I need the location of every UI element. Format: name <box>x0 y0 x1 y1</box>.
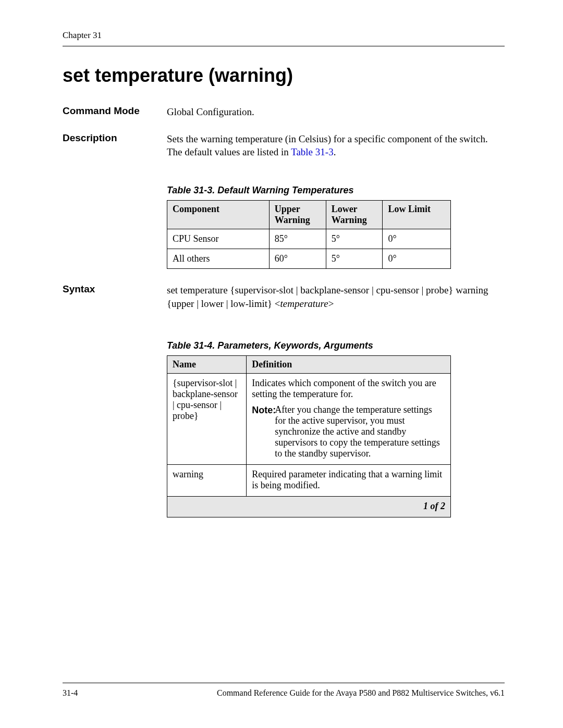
command-title: set temperature (warning) <box>63 65 505 87</box>
label-syntax: Syntax <box>63 283 167 310</box>
syntax-text-end: > <box>328 298 334 309</box>
cell-name: warning <box>167 465 247 497</box>
note-body: After you change the temperature setting… <box>275 404 445 459</box>
table-31-4-header-row: Name Definition <box>167 356 451 374</box>
footer-line: 31-4 Command Reference Guide for the Ava… <box>63 688 505 698</box>
table-31-3-block: Table 31-3. Default Warning Temperatures… <box>167 185 505 269</box>
chapter-label: Chapter 31 <box>63 30 505 41</box>
label-description: Description <box>63 132 167 159</box>
footer-rule <box>63 683 505 683</box>
definition-top: Indicates which component of the switch … <box>252 378 445 400</box>
cell: All others <box>167 249 270 268</box>
cell: 5° <box>326 229 383 249</box>
table-pager-row: 1 of 2 <box>167 497 451 517</box>
description-text-after: . <box>334 146 336 157</box>
footer-doc-title: Command Reference Guide for the Avaya P5… <box>217 688 505 698</box>
th-lower-warning: Lower Warning <box>326 200 383 229</box>
th-low-limit: Low Limit <box>383 200 451 229</box>
cell: 0° <box>383 229 451 249</box>
cell: 5° <box>326 249 383 268</box>
table-31-3-header-row: Component Upper Warning Lower Warning Lo… <box>167 200 451 229</box>
table-row: All others 60° 5° 0° <box>167 249 451 268</box>
page: Chapter 31 set temperature (warning) Com… <box>0 0 563 728</box>
table-31-4: Name Definition {supervisor-slot | backp… <box>167 355 451 517</box>
table-31-4-block: Table 31-4. Parameters, Keywords, Argume… <box>167 340 505 517</box>
cell: 60° <box>269 249 326 268</box>
cell: 0° <box>383 249 451 268</box>
value-command-mode: Global Configuration. <box>167 105 505 119</box>
link-table-31-3[interactable]: Table 31-3 <box>291 146 334 157</box>
note-block: Note: After you change the temperature s… <box>252 405 445 459</box>
note-label: Note: <box>252 405 276 415</box>
field-syntax: Syntax set temperature {supervisor-slot … <box>63 283 505 310</box>
table-31-3: Component Upper Warning Lower Warning Lo… <box>167 200 451 269</box>
field-description: Description Sets the warning temperature… <box>63 132 505 159</box>
th-name: Name <box>167 356 247 374</box>
th-definition: Definition <box>247 356 451 374</box>
table-31-3-caption: Table 31-3. Default Warning Temperatures <box>167 185 505 196</box>
cell: 85° <box>269 229 326 249</box>
cell-definition: Indicates which component of the switch … <box>247 374 451 465</box>
table-pager: 1 of 2 <box>167 497 451 517</box>
label-command-mode: Command Mode <box>63 105 167 119</box>
cell: CPU Sensor <box>167 229 270 249</box>
cell-name: {supervisor-slot | backplane-sensor | cp… <box>167 374 247 465</box>
th-upper-warning: Upper Warning <box>269 200 326 229</box>
table-31-4-caption: Table 31-4. Parameters, Keywords, Argume… <box>167 340 505 351</box>
footer-page-number: 31-4 <box>63 688 78 698</box>
top-rule <box>63 46 505 46</box>
cell-definition: Required parameter indicating that a war… <box>247 465 451 497</box>
field-command-mode: Command Mode Global Configuration. <box>63 105 505 119</box>
table-row: CPU Sensor 85° 5° 0° <box>167 229 451 249</box>
value-description: Sets the warning temperature (in Celsius… <box>167 132 505 159</box>
page-footer: 31-4 Command Reference Guide for the Ava… <box>63 683 505 698</box>
value-syntax: set temperature {supervisor-slot | backp… <box>167 283 505 310</box>
th-component: Component <box>167 200 270 229</box>
table-row: warning Required parameter indicating th… <box>167 465 451 497</box>
table-row: {supervisor-slot | backplane-sensor | cp… <box>167 374 451 465</box>
syntax-arg: temperature <box>280 298 328 309</box>
